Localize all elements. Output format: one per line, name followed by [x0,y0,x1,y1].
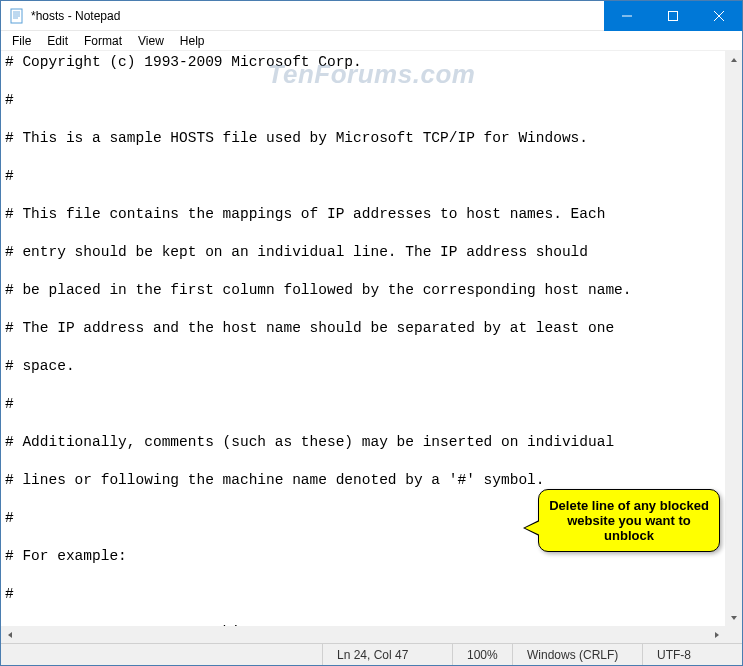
editor-wrap: # Copyright (c) 1993-2009 Microsoft Corp… [1,51,742,643]
scroll-track-horizontal[interactable] [18,626,708,643]
text-line: # Copyright (c) 1993-2009 Microsoft Corp… [5,53,721,72]
text-line: # Additionally, comments (such as these)… [5,433,721,452]
text-line: # [5,395,721,414]
text-line: # be placed in the first column followed… [5,281,721,300]
text-line: # entry should be kept on an individual … [5,243,721,262]
window-title: *hosts - Notepad [31,9,120,23]
menubar: File Edit Format View Help [1,31,742,51]
status-encoding: UTF-8 [642,644,742,665]
annotation-callout: Delete line of any blocked website you w… [538,489,720,552]
close-button[interactable] [696,1,742,31]
text-line: # This file contains the mappings of IP … [5,205,721,224]
svg-rect-6 [669,12,678,21]
horizontal-scrollbar[interactable] [1,626,725,643]
minimize-button[interactable] [604,1,650,31]
scroll-left-button[interactable] [1,626,18,643]
scroll-right-button[interactable] [708,626,725,643]
status-zoom: 100% [452,644,512,665]
menu-edit[interactable]: Edit [40,32,75,50]
menu-help[interactable]: Help [173,32,212,50]
text-line: # space. [5,357,721,376]
text-line: # lines or following the machine name de… [5,471,721,490]
menu-format[interactable]: Format [77,32,129,50]
notepad-icon [9,8,25,24]
text-line: # This is a sample HOSTS file used by Mi… [5,129,721,148]
svg-marker-11 [8,632,12,638]
maximize-button[interactable] [650,1,696,31]
svg-marker-12 [715,632,719,638]
text-line: # [5,585,721,604]
status-line-ending: Windows (CRLF) [512,644,642,665]
svg-marker-9 [731,58,737,62]
text-line: # [5,91,721,110]
menu-file[interactable]: File [5,32,38,50]
scroll-up-button[interactable] [725,51,742,68]
scroll-corner [725,626,742,643]
text-line: # The IP address and the host name shoul… [5,319,721,338]
status-position: Ln 24, Col 47 [322,644,452,665]
svg-marker-10 [731,616,737,620]
statusbar: Ln 24, Col 47 100% Windows (CRLF) UTF-8 [1,643,742,665]
window-controls [604,1,742,30]
scroll-track-vertical[interactable] [725,68,742,609]
titlebar: *hosts - Notepad [1,1,742,31]
menu-view[interactable]: View [131,32,171,50]
scroll-down-button[interactable] [725,609,742,626]
vertical-scrollbar[interactable] [725,51,742,626]
text-line: # [5,167,721,186]
